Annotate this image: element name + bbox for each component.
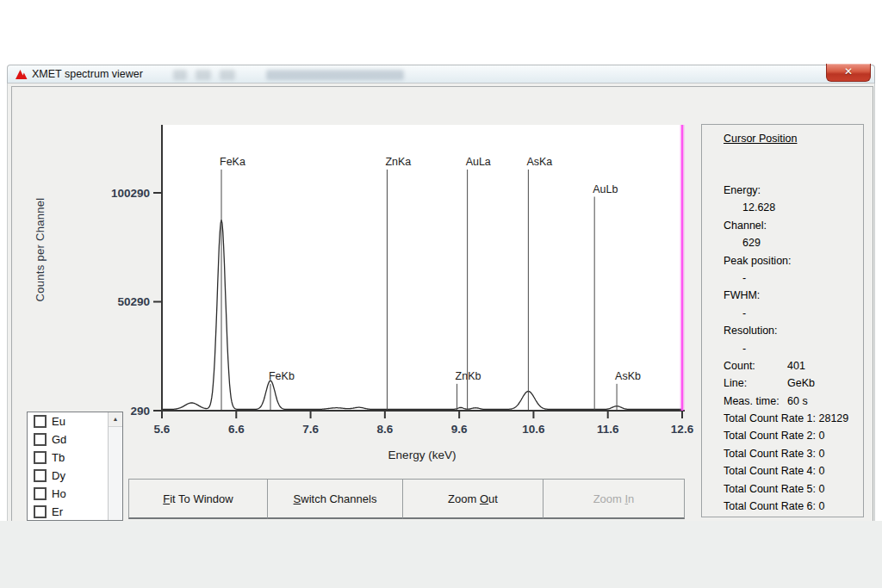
element-checkbox-Tb[interactable] [34,451,47,464]
redacted-text-blur [266,70,404,80]
field-value: 12.628 [702,199,863,216]
zoom-in-button: Zoom In [543,479,685,519]
chart-toolbar: Fit To WindowSwitch ChannelsZoom OutZoom… [128,479,685,519]
element-label: Tb [52,451,65,464]
x-axis-title: Energy (keV) [162,449,682,461]
close-button[interactable]: ✕ [826,64,871,82]
x-tick-label: 11.6 [597,423,619,436]
inline-field-label: Count: [724,357,787,374]
inline-field-label: Line: [724,374,787,392]
element-label: Er [52,505,63,518]
field-label: FWHM: [702,287,863,304]
element-checkbox-Er[interactable] [34,505,47,518]
x-tick-label: 8.6 [376,423,393,436]
inline-field: Count:401 [702,357,863,374]
total-count-rate-line: Total Count Rate 5: 0 [702,480,863,498]
marker-label-FeKb: FeKb [269,370,295,382]
button-accesskey: O [480,492,488,505]
element-label: Ho [52,487,66,500]
y-axis-title: Counts per Channel [34,121,49,379]
button-label-post: it To Window [170,492,233,505]
button-accesskey: S [294,492,301,505]
cursor-panel-title: Cursor Position [724,133,797,145]
redacted-text-blur [196,70,211,80]
button-label-pre: Zoom [593,492,625,505]
y-tick-label: 290 [130,405,150,418]
marker-label-AsKb: AsKb [615,370,641,382]
marker-label-ZnKb: ZnKb [456,370,481,382]
redacted-text-blur [173,70,187,80]
total-count-rate-line: Total Count Rate 4: 0 [702,462,863,480]
screenshot-root: { "window": { "title": "XMET spectrum vi… [0,0,882,588]
element-label: Gd [52,433,66,446]
inline-field-value: 60 s [787,395,808,407]
app-logo-icon [15,68,28,81]
field-value: - [702,269,863,287]
zoom-out-button[interactable]: Zoom Out [402,479,543,519]
field-label: Peak position: [702,252,863,269]
x-tick-label: 5.6 [154,423,171,436]
background-bottom-strip [0,521,882,588]
x-tick-label: 12.6 [671,423,694,436]
x-tick-label: 7.6 [302,423,319,436]
element-label: Dy [52,469,65,482]
element-checkbox-Ho[interactable] [34,487,47,500]
marker-label-AuLb: AuLb [593,183,618,195]
y-tick-label: 50290 [117,295,150,308]
switch-channels-button[interactable]: Switch Channels [267,479,403,519]
marker-label-AsKa: AsKa [526,156,552,168]
cursor-position-panel: Cursor Position Energy:12.628Channel:629… [701,124,864,517]
field-label: Energy: [702,182,863,199]
element-checkbox-Eu[interactable] [34,415,47,428]
field-label: Resolution: [702,322,863,339]
redacted-text-blur [220,70,235,80]
x-tick-label: 6.6 [228,423,245,436]
element-listbox[interactable]: EuGdTbDyHoEr ▲ [27,412,123,521]
cursor-panel-rows: Energy:12.628Channel:629Peak position:-F… [702,182,863,515]
fit-to-window-button[interactable]: Fit To Window [128,479,268,519]
element-label: Eu [52,415,65,428]
total-count-rate-line: Total Count Rate 6: 0 [702,498,863,515]
element-checkbox-Gd[interactable] [34,433,47,446]
x-tick-label: 9.6 [451,423,468,436]
close-icon: ✕ [844,65,853,77]
field-value: - [702,340,863,357]
total-count-rate-line: Total Count Rate 2: 0 [702,427,863,444]
window-client-area: FeKaFeKbZnKaZnKbAuLaAsKaAuLbAsKb29050290… [7,84,875,521]
field-label: Channel: [702,217,863,234]
marker-label-FeKa: FeKa [220,156,245,168]
total-count-rate-line: Total Count Rate 3: 0 [702,445,863,462]
element-checkbox-Dy[interactable] [34,469,47,482]
inline-field-label: Meas. time: [724,393,787,410]
inline-field-value: 401 [787,360,805,372]
element-list-scrollbar[interactable]: ▲ [108,412,122,520]
inline-field: Meas. time:60 s [702,393,863,410]
button-label-post: witch Channels [301,492,376,505]
inline-field: Line:GeKb [702,374,863,392]
button-accesskey: F [163,492,170,505]
total-count-rate-line: Total Count Rate 1: 28129 [702,410,863,427]
button-label-post: ut [488,492,498,505]
window-title: XMET spectrum viewer [32,68,143,80]
field-value: - [702,305,863,322]
window-titlebar[interactable]: XMET spectrum viewer ✕ [7,65,875,84]
marker-label-ZnKa: ZnKa [385,156,411,168]
button-label-pre: Zoom [448,492,480,505]
x-tick-label: 10.6 [522,423,545,436]
button-label-post: n [628,492,634,505]
field-value: 629 [702,234,863,251]
marker-label-AuLa: AuLa [466,156,491,168]
scroll-up-button[interactable]: ▲ [109,412,122,427]
y-tick-label: 100290 [111,187,150,200]
inline-field-value: GeKb [787,377,815,389]
